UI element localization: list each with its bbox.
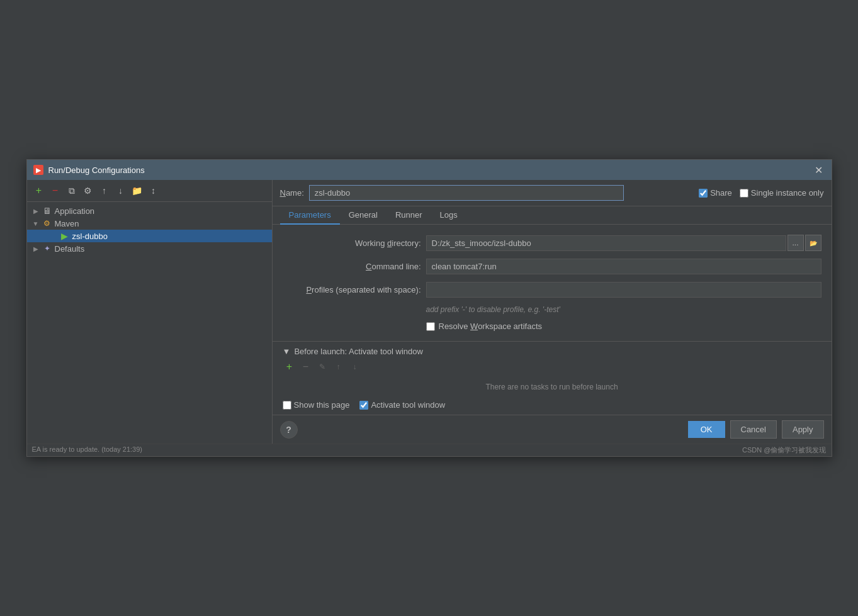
tree-item-defaults-label: Defaults bbox=[55, 244, 85, 254]
command-line-row: Command line: bbox=[283, 259, 821, 274]
resolve-workspace-label[interactable]: Resolve Workspace artifacts bbox=[439, 322, 543, 331]
activate-tool-window-checkbox[interactable] bbox=[359, 401, 368, 410]
activate-tool-window-label: Activate tool window bbox=[371, 400, 445, 410]
maven-icon: ⚙ bbox=[42, 218, 52, 228]
before-launch-toolbar: + − ✎ ↑ ↓ bbox=[283, 360, 821, 374]
share-checkbox[interactable] bbox=[699, 189, 708, 198]
working-dir-browse-btn[interactable]: ... bbox=[787, 235, 804, 251]
name-row: Name: bbox=[280, 185, 624, 201]
sort-button[interactable]: ↕ bbox=[147, 184, 161, 198]
help-button[interactable]: ? bbox=[280, 421, 298, 439]
bl-down-button[interactable]: ↓ bbox=[348, 360, 362, 374]
profiles-label: Profiles (separated with space): bbox=[283, 285, 421, 294]
tab-logs[interactable]: Logs bbox=[431, 206, 466, 225]
add-config-button[interactable]: + bbox=[32, 184, 46, 198]
ok-button[interactable]: OK bbox=[688, 421, 725, 438]
tree-item-defaults[interactable]: ▶ ✦ Defaults bbox=[27, 242, 272, 255]
before-launch-header[interactable]: ▼ Before launch: Activate tool window bbox=[283, 347, 821, 356]
tab-general[interactable]: General bbox=[340, 206, 387, 225]
run-debug-dialog: ▶ Run/Debug Configurations ✕ + − ⧉ ⚙ ↑ ↓… bbox=[26, 159, 832, 457]
footer-right: OK Cancel Apply bbox=[688, 420, 824, 439]
show-page-label: Show this page bbox=[294, 400, 350, 410]
title-bar: ▶ Run/Debug Configurations ✕ bbox=[27, 160, 832, 180]
command-line-label: Command line: bbox=[283, 262, 421, 271]
empty-tasks-message: There are no tasks to run before launch bbox=[283, 378, 821, 396]
tree-item-zsl-dubbo[interactable]: ▶ zsl-dubbo bbox=[27, 230, 272, 242]
resolve-workspace-row: Resolve Workspace artifacts bbox=[283, 322, 821, 331]
single-instance-checkbox[interactable] bbox=[740, 189, 748, 198]
settings-button[interactable]: ⚙ bbox=[81, 184, 95, 198]
share-label: Share bbox=[710, 188, 732, 198]
left-panel: + − ⧉ ⚙ ↑ ↓ 📁 ↕ ▶ 🖥 Application ▼ bbox=[27, 180, 273, 444]
expand-arrow-maven: ▼ bbox=[32, 220, 40, 227]
tree-item-maven[interactable]: ▼ ⚙ Maven bbox=[27, 217, 272, 230]
tree-item-maven-label: Maven bbox=[55, 219, 79, 228]
footer-left: ? bbox=[280, 421, 298, 439]
title-bar-left: ▶ Run/Debug Configurations bbox=[33, 165, 145, 175]
apply-button[interactable]: Apply bbox=[782, 420, 824, 439]
show-page-checkbox[interactable] bbox=[283, 401, 291, 410]
status-left: EA is ready to update. (today 21:39) bbox=[32, 445, 143, 455]
expand-arrow-defaults: ▶ bbox=[32, 245, 40, 252]
tree-item-application-label: Application bbox=[55, 206, 95, 216]
show-page-checkbox-label[interactable]: Show this page bbox=[283, 400, 350, 410]
bl-up-button[interactable]: ↑ bbox=[332, 360, 346, 374]
collapse-arrow-icon: ▼ bbox=[283, 347, 291, 356]
tab-parameters[interactable]: Parameters bbox=[280, 206, 340, 225]
tab-runner[interactable]: Runner bbox=[387, 206, 431, 225]
config-header: Name: Share Single instance only bbox=[273, 180, 832, 206]
config-tree: ▶ 🖥 Application ▼ ⚙ Maven ▶ zsl-dubbo bbox=[27, 202, 272, 444]
working-dir-label: Working directory: bbox=[283, 238, 421, 248]
bl-add-button[interactable]: + bbox=[283, 360, 296, 374]
single-instance-checkbox-label[interactable]: Single instance only bbox=[740, 188, 824, 198]
close-button[interactable]: ✕ bbox=[813, 164, 825, 176]
dialog-footer: ? OK Cancel Apply bbox=[273, 415, 832, 444]
activate-tool-window-checkbox-label[interactable]: Activate tool window bbox=[359, 400, 445, 410]
left-toolbar: + − ⧉ ⚙ ↑ ↓ 📁 ↕ bbox=[27, 180, 272, 202]
share-checkbox-label[interactable]: Share bbox=[699, 188, 732, 198]
working-dir-row: Working directory: ... 📂 bbox=[283, 235, 821, 251]
profiles-input[interactable] bbox=[426, 282, 821, 298]
name-input[interactable] bbox=[309, 185, 624, 201]
dialog-title: Run/Debug Configurations bbox=[48, 165, 145, 175]
command-line-input[interactable] bbox=[426, 259, 821, 274]
dialog-icon: ▶ bbox=[33, 165, 43, 175]
working-dir-input[interactable] bbox=[426, 235, 786, 251]
bl-remove-button[interactable]: − bbox=[299, 360, 313, 374]
working-dir-input-group: ... 📂 bbox=[426, 235, 821, 251]
name-label: Name: bbox=[280, 188, 304, 198]
tree-item-application[interactable]: ▶ 🖥 Application bbox=[27, 204, 272, 217]
resolve-workspace-checkbox[interactable] bbox=[426, 322, 435, 331]
status-right: CSDN @偷偷学习被我发现 bbox=[742, 445, 826, 455]
run-config-icon: ▶ bbox=[60, 231, 70, 241]
application-icon: 🖥 bbox=[42, 206, 52, 216]
profiles-row: Profiles (separated with space): bbox=[283, 282, 821, 298]
tree-item-zsl-dubbo-label: zsl-dubbo bbox=[72, 232, 108, 241]
cancel-button[interactable]: Cancel bbox=[730, 420, 777, 439]
folder-button[interactable]: 📁 bbox=[130, 184, 144, 198]
working-dir-open-btn[interactable]: 📂 bbox=[805, 235, 821, 251]
single-instance-label: Single instance only bbox=[751, 188, 824, 198]
remove-config-button[interactable]: − bbox=[48, 184, 62, 198]
move-down-button[interactable]: ↓ bbox=[114, 184, 128, 198]
status-bar: EA is ready to update. (today 21:39) CSD… bbox=[27, 444, 832, 456]
dialog-body: + − ⧉ ⚙ ↑ ↓ 📁 ↕ ▶ 🖥 Application ▼ bbox=[27, 180, 832, 444]
before-launch-bottom: Show this page Activate tool window bbox=[283, 396, 821, 410]
defaults-icon: ✦ bbox=[42, 244, 52, 254]
copy-config-button[interactable]: ⧉ bbox=[65, 184, 79, 198]
bl-edit-button[interactable]: ✎ bbox=[315, 360, 329, 374]
before-launch-section: ▼ Before launch: Activate tool window + … bbox=[273, 341, 832, 415]
resolve-workspace-text: Resolve Workspace artifacts bbox=[439, 322, 543, 331]
tabs-row: Parameters General Runner Logs bbox=[273, 206, 832, 225]
right-panel: Name: Share Single instance only Param bbox=[273, 180, 832, 444]
expand-arrow-application: ▶ bbox=[32, 208, 40, 215]
form-area: Working directory: ... 📂 Command line: P… bbox=[273, 225, 832, 341]
header-options: Share Single instance only bbox=[699, 188, 823, 198]
before-launch-title: Before launch: Activate tool window bbox=[294, 347, 423, 356]
profiles-hint: add prefix '-' to disable profile, e.g. … bbox=[283, 305, 821, 314]
move-up-button[interactable]: ↑ bbox=[98, 184, 111, 198]
